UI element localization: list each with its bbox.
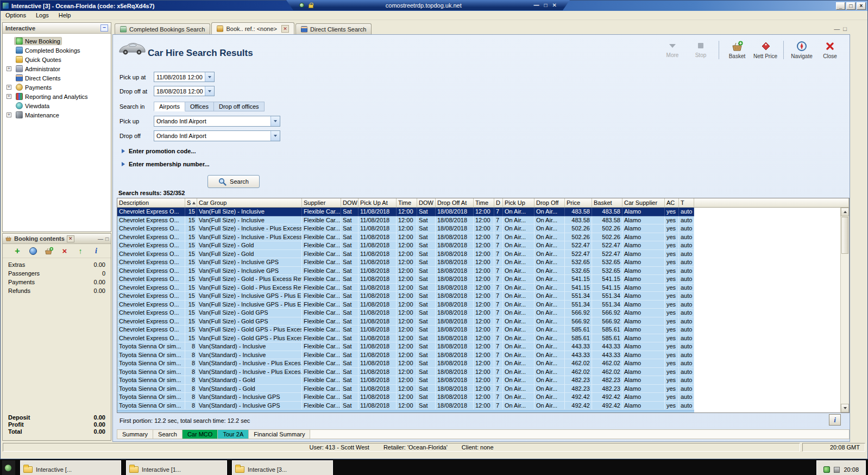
more-button[interactable]: More (659, 39, 685, 61)
sidebar-item-direct-clients[interactable]: Direct Clients (4, 73, 110, 83)
result-row[interactable]: Chevrolet Express O...15Van(Full Size) -… (117, 216, 694, 225)
tab-direct-clients-search[interactable]: Direct Clients Search (295, 23, 372, 34)
tab-financial-summary[interactable]: Financial Summary (249, 430, 310, 439)
dropoff-at-combobox[interactable]: 18/08/2018 12:00 (154, 86, 215, 96)
column-header-t[interactable]: T (679, 198, 694, 208)
column-header-dow[interactable]: DOW (341, 198, 358, 208)
column-header-drop-off[interactable]: Drop Off (534, 198, 565, 208)
search-in-airports-tab[interactable]: Airports (154, 102, 185, 111)
sidebar-item-quick-quotes[interactable]: Quick Quotes (4, 55, 110, 64)
tab-completed-bookings-search[interactable]: Completed Bookings Search (115, 23, 210, 34)
sidebar-item-maintenance[interactable]: + Maintenance (4, 110, 110, 120)
sidebar-item-reporting-and-analytics[interactable]: + Reporting and Analytics (4, 92, 110, 101)
expand-icon[interactable]: + (7, 85, 11, 90)
expand-icon[interactable]: + (7, 66, 11, 71)
result-row[interactable]: Toyota Sienna Or sim...8Van(Standard) - … (117, 393, 694, 402)
result-row[interactable]: Toyota Sienna Or sim...8Van(Standard) - … (117, 342, 694, 351)
scroll-down-icon[interactable] (841, 404, 849, 412)
add-icon[interactable]: + (12, 246, 22, 256)
column-header-time[interactable]: Time (474, 198, 494, 208)
result-row[interactable]: Chevrolet Express O...15Van(Full Size) -… (117, 326, 694, 334)
menu-help[interactable]: Help (54, 11, 76, 19)
dropoff-location-dropdown[interactable]: Orlando Intl Airport (154, 130, 280, 141)
pin-icon[interactable] (299, 3, 304, 8)
globe-icon[interactable] (28, 246, 38, 256)
result-row[interactable]: Chevrolet Express O...15Van(Full Size) -… (117, 224, 694, 233)
taskbar-item[interactable]: Interactive [1... (126, 460, 227, 475)
panel-restore-icon[interactable]: □ (105, 236, 109, 242)
vertical-scrollbar[interactable] (840, 208, 849, 412)
nett-price-button[interactable]: Nett Price (752, 39, 778, 61)
search-in-dropoff-offices-tab[interactable]: Drop off offices (213, 102, 265, 111)
column-header-d[interactable]: D (494, 198, 503, 208)
scrollbar-thumb[interactable] (841, 217, 848, 254)
search-button[interactable]: Search (207, 175, 260, 188)
result-row[interactable]: Chevrolet Express O...15Van(Full Size) -… (117, 292, 694, 301)
menu-logs[interactable]: Logs (31, 11, 54, 19)
panel-minimize-icon[interactable]: — (98, 236, 103, 242)
navigate-button[interactable]: Navigate (789, 39, 815, 61)
column-header-car-supplier[interactable]: Car Supplier (622, 198, 665, 208)
add-to-basket-icon[interactable] (44, 246, 54, 256)
chevron-down-icon[interactable] (271, 131, 280, 141)
expand-icon[interactable]: + (7, 94, 11, 99)
delete-icon[interactable]: × (60, 246, 70, 256)
pickup-location-dropdown[interactable]: Orlando Intl Airport (154, 116, 280, 127)
rdp-restore-icon[interactable]: □ (544, 2, 548, 8)
search-in-offices-tab[interactable]: Offices (185, 102, 214, 111)
column-header-supplier[interactable]: Supplier (302, 198, 341, 208)
sidebar-item-payments[interactable]: + Payments (4, 83, 110, 92)
taskbar-item[interactable]: Interactive [3... (232, 460, 333, 475)
volume-icon[interactable] (834, 467, 840, 473)
pane-restore-icon[interactable]: □ (843, 26, 847, 32)
tab-close-icon[interactable]: ✕ (281, 25, 289, 33)
result-row[interactable]: Toyota Sienna Or sim...8Van(Standard) - … (117, 359, 694, 368)
column-header-drop-off-at[interactable]: Drop Off At (436, 198, 474, 208)
result-row[interactable]: Chevrolet Express O...15Van(Full Size) -… (117, 208, 694, 216)
column-header-price[interactable]: Price (565, 198, 592, 208)
sidebar-item-completed-bookings[interactable]: Completed Bookings (4, 46, 110, 55)
start-button[interactable] (2, 460, 15, 475)
rdp-minimize-icon[interactable]: — (534, 2, 539, 8)
column-header-pick-up[interactable]: Pick Up (503, 198, 534, 208)
window-minimize-icon[interactable]: _ (836, 2, 845, 10)
result-row[interactable]: Chevrolet Express O...15Van(Full Size) -… (117, 241, 694, 250)
basket-button[interactable]: Basket (724, 39, 750, 61)
result-row[interactable]: Chevrolet Express O...15Van(Full Size) -… (117, 284, 694, 292)
chevron-down-icon[interactable] (271, 116, 280, 126)
tray-app-icon[interactable] (823, 466, 830, 473)
tab-car-mco[interactable]: Car MCO (183, 430, 218, 439)
panel-close-icon[interactable]: ✕ (67, 235, 74, 242)
sidebar-item-administrator[interactable]: + Administrator (4, 64, 110, 73)
result-row[interactable]: Chevrolet Express O...15Van(Full Size) -… (117, 309, 694, 317)
result-row[interactable]: Toyota Sienna Or sim...8Van(Standard) - … (117, 376, 694, 385)
panel-collapse-icon[interactable]: – (100, 24, 108, 32)
result-row[interactable]: Chevrolet Express O...15Van(Full Size) -… (117, 334, 694, 343)
window-maximize-icon[interactable]: □ (846, 2, 856, 10)
expand-icon[interactable]: + (7, 112, 11, 117)
stop-button[interactable]: Stop (688, 39, 714, 61)
membership-number-expander[interactable]: Enter membership number... (122, 161, 280, 167)
pickup-at-combobox[interactable]: 11/08/2018 12:00 (154, 72, 215, 82)
column-header-car-group[interactable]: Car Group (197, 198, 302, 208)
result-row[interactable]: Chevrolet Express O...15Van(Full Size) -… (117, 258, 694, 267)
result-row[interactable]: Chevrolet Express O...15Van(Full Size) -… (117, 250, 694, 259)
sidebar-item-new-booking[interactable]: New Booking (4, 36, 110, 46)
pane-minimize-icon[interactable]: — (834, 26, 840, 32)
column-header-time[interactable]: Time (397, 198, 417, 208)
column-header-s[interactable]: S (185, 198, 197, 208)
column-header-ac[interactable]: AC (665, 198, 679, 208)
chevron-down-icon[interactable] (205, 72, 214, 82)
menu-options[interactable]: Options (1, 11, 31, 19)
result-row[interactable]: Chevrolet Express O...15Van(Full Size) -… (117, 275, 694, 284)
column-header-description[interactable]: Description (117, 198, 185, 208)
rdp-close-icon[interactable]: ✕ (552, 2, 557, 8)
column-header-basket[interactable]: Basket (592, 198, 622, 208)
result-row[interactable]: Toyota Sienna Or sim...8Van(Standard) - … (117, 402, 694, 410)
move-up-icon[interactable]: ↑ (76, 246, 85, 256)
tab-summary[interactable]: Summary (117, 430, 153, 439)
result-row[interactable]: Chevrolet Express O...15Van(Full Size) -… (117, 233, 694, 242)
taskbar-item[interactable]: Interactive [... (20, 460, 121, 475)
window-close-icon[interactable]: × (857, 2, 866, 10)
result-row[interactable]: Chevrolet Express O...15Van(Full Size) -… (117, 267, 694, 276)
